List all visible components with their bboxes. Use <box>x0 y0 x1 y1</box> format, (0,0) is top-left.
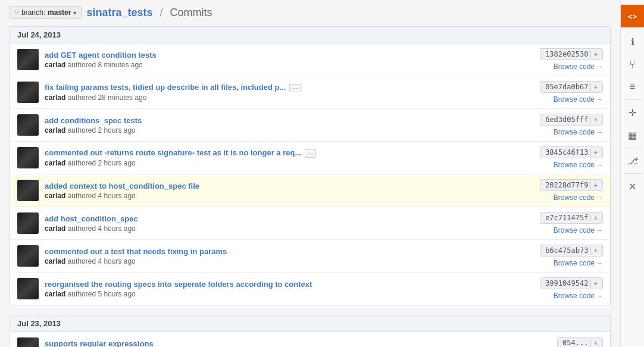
commit-info: fix failing params tests, tidied up desc… <box>45 83 534 102</box>
commit-message-link[interactable]: add GET agent condition tests <box>45 51 157 60</box>
commit-info: add GET agent condition testscarlad auth… <box>45 51 534 69</box>
commit-author: carlad <box>45 126 65 135</box>
avatar <box>17 82 39 103</box>
commit-hash-button[interactable]: 05e7da0b67+ <box>540 81 603 93</box>
commit-actions: 05e7da0b67+Browse code → <box>540 81 603 104</box>
commit-info: reorganised the routing specs into seper… <box>45 280 534 298</box>
commit-meta: carlad authored 4 hours ago <box>45 192 534 200</box>
hash-plus-icon[interactable]: + <box>590 116 598 124</box>
arrow-right-icon: → <box>596 161 603 168</box>
right-sidebar: <> ℹ ⑂ ≡ ✛ ▦ ⎇ ✕ <box>620 0 644 347</box>
commit-message-link[interactable]: add host_condition_spec <box>45 214 138 223</box>
commit-message-link[interactable]: reorganised the routing specs into seper… <box>45 280 312 289</box>
commit-hash: 054... <box>562 339 588 347</box>
commit-actions: 3991049542+Browse code → <box>540 277 603 300</box>
commit-hash-button[interactable]: b6c475ab73+ <box>540 245 603 257</box>
commit-actions: b6c475ab73+Browse code → <box>540 245 603 267</box>
table-row: add host_condition_speccarlad authored 4… <box>10 207 610 240</box>
commit-actions: 054...+Browse code → <box>554 337 603 347</box>
commit-message-link[interactable]: fix failing params tests, tidied up desc… <box>45 83 286 92</box>
sidebar-item-chart[interactable]: ▦ <box>621 124 645 146</box>
sidebar-item-plus[interactable]: ✛ <box>621 101 645 124</box>
avatar <box>17 337 39 347</box>
branch-bar: ⑂ branch: master ▾ sinatra_tests / Commi… <box>10 6 611 19</box>
commit-author: carlad <box>45 224 65 233</box>
browse-code-link[interactable]: Browse code → <box>554 193 603 202</box>
table-row: reorganised the routing specs into seper… <box>10 273 610 305</box>
commit-hash: 3845c46f13 <box>545 148 588 157</box>
commit-hash-button[interactable]: 3845c46f13+ <box>540 146 603 158</box>
browse-code-link[interactable]: Browse code → <box>554 161 603 169</box>
sidebar-item-branch[interactable]: ⎇ <box>621 149 645 172</box>
hash-plus-icon[interactable]: + <box>590 247 598 255</box>
branch-label: branch: <box>21 8 45 17</box>
ellipsis-button[interactable]: ··· <box>289 84 301 92</box>
commits-list-1: supports regular expressionscarlad autho… <box>10 332 611 347</box>
browse-code-link[interactable]: Browse code → <box>554 128 603 136</box>
arrow-right-icon: → <box>596 227 603 234</box>
commit-actions: 6ed3d05fff+Browse code → <box>540 114 603 136</box>
commit-hash-button[interactable]: 3991049542+ <box>540 277 603 289</box>
commit-meta: carlad authored 4 hours ago <box>45 257 534 265</box>
commit-hash: 05e7da0b67 <box>545 83 588 91</box>
commit-author: carlad <box>45 192 65 200</box>
commits-list-0: add GET agent condition testscarlad auth… <box>10 43 611 305</box>
hash-plus-icon[interactable]: + <box>590 214 598 222</box>
commit-actions: 1382e02530+Browse code → <box>540 48 603 71</box>
commit-hash-button[interactable]: 1382e02530+ <box>540 48 603 60</box>
table-row: commented out a test that needs fixing i… <box>10 240 610 273</box>
hash-plus-icon[interactable]: + <box>590 83 598 91</box>
sidebar-item-fork[interactable]: ⑂ <box>621 53 645 76</box>
branch-selector[interactable]: ⑂ branch: master ▾ <box>10 6 82 19</box>
browse-code-link[interactable]: Browse code → <box>554 95 603 104</box>
commit-actions: e7c711475f+Browse code → <box>540 212 603 235</box>
hash-plus-icon[interactable]: + <box>590 51 598 58</box>
commit-hash: 20228d77f9 <box>545 181 588 189</box>
branch-name: master <box>48 8 71 17</box>
commit-info: commented out -returns route signature- … <box>45 148 534 167</box>
sidebar-item-code[interactable]: <> <box>621 5 645 27</box>
code-icon: <> <box>628 12 637 21</box>
ellipsis-button[interactable]: ··· <box>305 149 316 158</box>
commit-message-link[interactable]: supports regular expressions <box>45 339 154 348</box>
sidebar-item-tools[interactable]: ✕ <box>621 175 645 198</box>
commit-hash: 1382e02530 <box>545 50 588 58</box>
table-row: commented out -returns route signature- … <box>10 142 610 174</box>
commit-author: carlad <box>45 159 65 167</box>
commit-hash-button[interactable]: 20228d77f9+ <box>540 179 603 191</box>
commit-meta: carlad authored 8 minutes ago <box>45 61 534 69</box>
browse-code-link[interactable]: Browse code → <box>554 62 603 71</box>
commit-hash-button[interactable]: e7c711475f+ <box>540 212 603 224</box>
hash-plus-icon[interactable]: + <box>590 280 598 287</box>
main-content: ⑂ branch: master ▾ sinatra_tests / Commi… <box>0 0 620 347</box>
avatar <box>17 114 39 136</box>
commit-meta: carlad authored 28 minutes ago <box>45 93 534 102</box>
browse-code-link[interactable]: Browse code → <box>554 292 603 300</box>
hash-plus-icon[interactable]: + <box>590 182 598 189</box>
commits-container: Jul 24, 2013add GET agent condition test… <box>10 26 611 347</box>
book-icon: ≡ <box>630 82 635 92</box>
browse-code-link[interactable]: Browse code → <box>554 259 603 267</box>
sidebar-item-book[interactable]: ≡ <box>621 76 645 98</box>
commit-info: add host_condition_speccarlad authored 4… <box>45 214 534 233</box>
commit-meta: carlad authored 5 hours ago <box>45 290 534 298</box>
sidebar-item-info[interactable]: ℹ <box>621 30 645 53</box>
commit-message-link[interactable]: commented out a test that needs fixing i… <box>45 247 227 256</box>
browse-code-link[interactable]: Browse code → <box>554 226 603 235</box>
hash-plus-icon[interactable]: + <box>590 149 598 157</box>
commit-actions: 20228d77f9+Browse code → <box>540 179 603 202</box>
commit-actions: 3845c46f13+Browse code → <box>540 146 603 169</box>
commit-hash-button[interactable]: 054...+ <box>557 337 603 347</box>
commit-message-link[interactable]: added context to host_condition_spec fil… <box>45 182 199 190</box>
commit-hash: 3991049542 <box>545 279 588 287</box>
commit-author: carlad <box>45 290 65 298</box>
sidebar-divider-3 <box>624 148 642 148</box>
repo-link[interactable]: sinatra_tests <box>86 7 152 19</box>
commit-hash-button[interactable]: 6ed3d05fff+ <box>540 114 603 126</box>
commit-message-link[interactable]: commented out -returns route signature- … <box>45 148 301 157</box>
hash-plus-icon[interactable]: + <box>590 339 598 347</box>
commit-message-link[interactable]: add conditions_spec tests <box>45 116 142 125</box>
branch-icon: ⑂ <box>15 9 19 16</box>
chevron-down-icon: ▾ <box>73 10 76 16</box>
commit-hash: b6c475ab73 <box>545 246 588 255</box>
